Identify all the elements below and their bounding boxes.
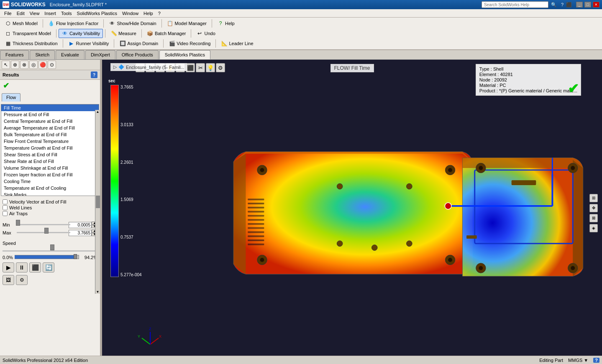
left-panel-scrollbar[interactable]: ▲ ▼: [95, 110, 100, 294]
result-item[interactable]: Bulk Temperature at End of Fill: [1, 131, 99, 138]
tab-office-products[interactable]: Office Products: [116, 50, 159, 59]
progress-track[interactable]: [15, 255, 79, 260]
tab-dimxpert[interactable]: DimXpert: [85, 50, 115, 59]
search-icon[interactable]: 🔍: [551, 2, 557, 8]
vp-section-button[interactable]: ✂: [196, 63, 205, 72]
weld-lines-checkbox[interactable]: [3, 205, 8, 210]
edge-btn-4[interactable]: ◈: [589, 224, 598, 232]
transparent-model-button[interactable]: ◻ Transparent Model: [2, 29, 54, 38]
min-slider-track[interactable]: [15, 222, 69, 228]
scrollbar-down[interactable]: ▼: [95, 290, 100, 294]
viewport-check-icon[interactable]: ✔: [568, 81, 579, 96]
search-input[interactable]: [482, 1, 548, 8]
flow-injection-factor-button[interactable]: 💧 Flow Injection Factor: [45, 19, 101, 28]
panel-btn-6[interactable]: ⊙: [48, 61, 56, 69]
menu-solidworks-plastics[interactable]: SolidWorks Plastics: [74, 10, 120, 17]
tab-solidworks-plastics[interactable]: SolidWorks Plastics: [159, 50, 210, 59]
scrollbar-up[interactable]: ▲: [95, 110, 100, 114]
help-icon2: ?: [217, 20, 224, 27]
results-help-button[interactable]: ?: [91, 71, 97, 78]
menu-tools[interactable]: Tools: [59, 10, 74, 17]
vp-more-button[interactable]: ⚙: [216, 63, 225, 72]
leader-line-button[interactable]: 📐 Leader Line: [218, 39, 256, 48]
tab-features[interactable]: Features: [0, 50, 29, 59]
assign-domain-button[interactable]: 🔲 Assign Domain: [116, 39, 161, 48]
menu-help[interactable]: Help: [141, 10, 156, 17]
menu-view[interactable]: View: [27, 10, 42, 17]
runner-visibility-button[interactable]: ▶ Runner Visibility: [65, 39, 112, 48]
menu-insert[interactable]: Insert: [42, 10, 59, 17]
menu-file[interactable]: File: [2, 10, 14, 17]
result-list[interactable]: Fill TimePressure at End of FillCentral …: [1, 104, 99, 196]
result-item[interactable]: Flow Front Central Temperature: [1, 138, 99, 145]
thickness-distribution-button[interactable]: ▦ Thickness Distribution: [2, 39, 61, 48]
cavity-visibility-button[interactable]: 👁 Cavity Visibility: [59, 29, 103, 38]
result-item[interactable]: Sink Marks: [1, 191, 99, 196]
expand-icon[interactable]: ▷: [113, 64, 117, 70]
result-item[interactable]: Average Temperature at End of Fill: [1, 125, 99, 131]
mesh-model-button[interactable]: ⬡ Mesh Model: [2, 19, 41, 28]
3d-model-view[interactable]: [102, 60, 602, 364]
result-item[interactable]: Temperature Growth at End of Fill: [1, 145, 99, 151]
resize-icon[interactable]: ⬛: [566, 2, 572, 8]
close-button[interactable]: ✕: [593, 2, 599, 8]
menu-question[interactable]: ?: [156, 10, 163, 17]
result-item[interactable]: Central Temperature at End of Fill: [1, 118, 99, 125]
loop-button[interactable]: 🔄: [43, 262, 54, 272]
velocity-vector-checkbox[interactable]: [3, 199, 8, 204]
tab-evaluate[interactable]: Evaluate: [56, 50, 85, 59]
statusbar-help[interactable]: ?: [593, 358, 599, 363]
help-button[interactable]: ? Help: [214, 19, 238, 28]
edge-btn-3[interactable]: ⊠: [589, 214, 598, 222]
video-recording-button[interactable]: 🎬 Video Recording: [166, 39, 213, 48]
air-traps-checkbox[interactable]: [3, 211, 8, 216]
max-slider-track[interactable]: [15, 230, 69, 236]
help-icon[interactable]: ?: [561, 2, 564, 7]
minimize-button[interactable]: _: [576, 2, 583, 8]
stop-button[interactable]: ⬛: [29, 262, 41, 272]
panel-btn-5[interactable]: 🔴: [38, 61, 47, 69]
undo-button[interactable]: ↩ Undo: [193, 29, 218, 38]
result-item[interactable]: Shear Stress at End of Fill: [1, 151, 99, 158]
result-item[interactable]: Cooling Time: [1, 178, 99, 185]
min-slider-thumb[interactable]: [16, 220, 20, 226]
panel-btn-3[interactable]: ⊗: [20, 61, 28, 69]
pause-button[interactable]: ⏸: [16, 262, 28, 272]
result-item[interactable]: Fill Time: [1, 104, 99, 111]
min-value-input[interactable]: [69, 222, 92, 228]
flow-tab[interactable]: Flow: [2, 93, 20, 102]
max-slider-thumb[interactable]: [44, 228, 49, 234]
speed-thumb[interactable]: [50, 244, 54, 250]
max-value-input[interactable]: [69, 230, 92, 236]
scrollbar-thumb[interactable]: [96, 196, 100, 208]
batch-manager-button[interactable]: 📦 Batch Manager: [144, 29, 189, 38]
max-label: Max: [3, 230, 15, 235]
confirm-button[interactable]: ✔: [2, 81, 10, 90]
image-save-button[interactable]: 🖼: [3, 275, 14, 285]
result-item[interactable]: Shear Rate at End of Fill: [1, 158, 99, 165]
menu-window[interactable]: Window: [120, 10, 141, 17]
panel-btn-4[interactable]: ◎: [29, 61, 38, 69]
maximize-button[interactable]: □: [584, 2, 591, 8]
info-material: Material : PC: [479, 83, 577, 88]
result-item[interactable]: Volume Shrinkage at End of Fill: [1, 165, 99, 171]
image-settings-button[interactable]: ⚙: [16, 275, 28, 285]
edge-btn-1[interactable]: ⊞: [589, 194, 598, 202]
result-item[interactable]: Frozen layer fraction at End of Fill: [1, 171, 99, 178]
panel-btn-2[interactable]: ⊕: [11, 61, 19, 69]
svg-point-39: [571, 266, 575, 270]
menu-edit[interactable]: Edit: [14, 10, 27, 17]
panel-btn-1[interactable]: ↖: [2, 61, 10, 69]
speed-slider-container[interactable]: [3, 247, 97, 252]
model-manager-button[interactable]: 📋 Model Manager: [164, 19, 210, 28]
vp-light-button[interactable]: 💡: [206, 63, 215, 72]
result-item[interactable]: Temperature at End of Cooling: [1, 185, 99, 191]
show-hide-domain-button[interactable]: 👁 Show/Hide Domain: [106, 19, 159, 28]
statusbar-units[interactable]: MMGS ▼: [568, 358, 588, 363]
result-item[interactable]: Pressure at End of Fill: [1, 111, 99, 118]
play-button[interactable]: ▶: [3, 262, 14, 272]
tab-sketch[interactable]: Sketch: [30, 50, 55, 59]
edge-btn-2[interactable]: ✥: [589, 204, 598, 212]
progress-thumb[interactable]: [74, 254, 77, 259]
measure-button[interactable]: 📏 Measure: [108, 29, 139, 38]
